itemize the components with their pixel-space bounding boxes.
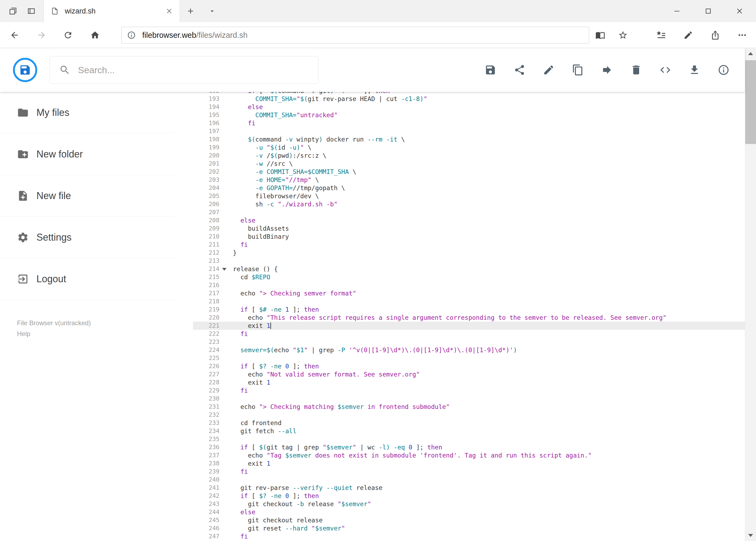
code-line-202[interactable]: 202 -e COMMIT_SHA=$COMMIT_SHA \ — [193, 168, 745, 176]
code-line-196[interactable]: 196 fi — [193, 119, 745, 127]
scrollbar-thumb[interactable] — [745, 60, 756, 144]
edit-button[interactable] — [543, 64, 555, 76]
code-line-198[interactable]: 198 $(command -v winpty) docker run --rm… — [193, 135, 745, 144]
code-line-247[interactable]: 247 fi — [193, 532, 745, 540]
info-button[interactable] — [718, 64, 730, 76]
url-field[interactable]: filebrowser.web/files/wizard.sh — [122, 27, 589, 44]
code-line-242[interactable]: 242 if [ $? -ne 0 ]; then — [193, 492, 745, 500]
code-line-240[interactable]: 240 — [193, 476, 745, 484]
code-line-245[interactable]: 245 git checkout release — [193, 516, 745, 524]
code-line-212[interactable]: 212} — [193, 249, 745, 257]
back-icon[interactable] — [7, 28, 22, 43]
code-line-246[interactable]: 246 git reset --hard "$semver" — [193, 524, 745, 532]
code-line-227[interactable]: 227 echo "Not valid semver format. See s… — [193, 370, 745, 378]
sidebar-item-logout[interactable]: Logout — [0, 258, 173, 300]
refresh-icon[interactable] — [61, 28, 76, 43]
code-line-243[interactable]: 243 git checkout -b release "$semver" — [193, 500, 745, 508]
code-line-211[interactable]: 211 fi — [193, 241, 745, 249]
code-line-199[interactable]: 199 -u "$(id -u)" \ — [193, 144, 745, 152]
code-line-231[interactable]: 231 echo "> Checking matching $semver in… — [193, 403, 745, 411]
maximize-icon[interactable] — [700, 4, 717, 19]
gutter-fold-zone[interactable] — [219, 265, 233, 273]
code-line-194[interactable]: 194 else — [193, 103, 745, 111]
tab-preview-icon[interactable] — [5, 4, 21, 19]
code-line-201[interactable]: 201 -w //src \ — [193, 160, 745, 168]
code-line-241[interactable]: 241 git rev-parse --verify --quiet relea… — [193, 484, 745, 492]
share-button[interactable] — [514, 64, 526, 76]
code-line-215[interactable]: 215 cd $REPO — [193, 273, 745, 281]
code-line-239[interactable]: 239 fi — [193, 467, 745, 476]
code-editor[interactable]: 192 if [ "$(command -v git)" != "" ]; th… — [193, 92, 745, 541]
code-line-207[interactable]: 207 — [193, 208, 745, 216]
hub-icon[interactable] — [654, 29, 667, 42]
copy-button[interactable] — [572, 64, 584, 76]
code-line-213[interactable]: 213 — [193, 257, 745, 265]
code-line-192[interactable]: 192 if [ "$(command -v git)" != "" ]; th… — [193, 92, 745, 95]
sidebar-item-new-file[interactable]: New file — [0, 175, 173, 217]
help-link[interactable]: Help — [17, 328, 193, 339]
code-line-210[interactable]: 210 buildBinary — [193, 233, 745, 241]
search-input[interactable] — [78, 65, 318, 76]
code-line-229[interactable]: 229 fi — [193, 386, 745, 395]
code-line-209[interactable]: 209 buildAssets — [193, 225, 745, 233]
code-line-238[interactable]: 238 exit 1 — [193, 459, 745, 467]
move-button[interactable] — [601, 64, 613, 76]
fold-caret-icon[interactable] — [222, 268, 226, 270]
code-line-244[interactable]: 244 else — [193, 508, 745, 516]
code-line-218[interactable]: 218 — [193, 297, 745, 305]
app-logo[interactable] — [13, 58, 37, 82]
sidebar-item-settings[interactable]: Settings — [0, 217, 173, 258]
code-line-226[interactable]: 226 if [ $? -ne 0 ]; then — [193, 362, 745, 370]
new-tab-icon[interactable] — [183, 4, 198, 19]
code-line-219[interactable]: 219 if [ $# -ne 1 ]; then — [193, 305, 745, 313]
code-line-193[interactable]: 193 COMMIT_SHA="$(git rev-parse HEAD | c… — [193, 95, 745, 103]
code-line-195[interactable]: 195 COMMIT_SHA="untracked" — [193, 111, 745, 119]
code-line-234[interactable]: 234 git fetch --all — [193, 427, 745, 435]
page-scrollbar[interactable] — [745, 48, 756, 541]
tab-list-chevron-icon[interactable] — [205, 4, 220, 19]
code-line-237[interactable]: 237 echo "Tag $semver does not exist in … — [193, 451, 745, 459]
tab-close-icon[interactable] — [166, 8, 173, 15]
code-line-203[interactable]: 203 -e HOME="//tmp" \ — [193, 176, 745, 184]
code-line-204[interactable]: 204 -e GOPATH=//tmp/gopath \ — [193, 184, 745, 192]
code-line-222[interactable]: 222 fi — [193, 330, 745, 338]
code-line-221[interactable]: 221 exit 1 — [193, 322, 745, 330]
code-button[interactable] — [659, 64, 671, 76]
reading-view-icon[interactable] — [594, 29, 607, 42]
scrollbar-up-icon[interactable] — [745, 48, 756, 59]
download-button[interactable] — [688, 64, 700, 76]
code-line-233[interactable]: 233 cd frontend — [193, 419, 745, 427]
code-line-232[interactable]: 232 — [193, 411, 745, 419]
code-line-220[interactable]: 220 echo "This release script requires a… — [193, 313, 745, 322]
code-line-200[interactable]: 200 -v /$(pwd):/src:z \ — [193, 152, 745, 160]
code-line-225[interactable]: 225 — [193, 354, 745, 362]
share-page-icon[interactable] — [709, 29, 722, 42]
home-icon[interactable] — [88, 28, 103, 43]
code-line-228[interactable]: 228 exit 1 — [193, 378, 745, 386]
save-button[interactable] — [484, 64, 496, 76]
scrollbar-down-icon[interactable] — [745, 530, 756, 541]
sidebar-item-my-files[interactable]: My files — [0, 92, 173, 134]
code-line-223[interactable]: 223 — [193, 338, 745, 346]
code-line-217[interactable]: 217 echo "> Checking semver format" — [193, 289, 745, 297]
close-icon[interactable] — [731, 4, 748, 19]
code-line-208[interactable]: 208 else — [193, 216, 745, 225]
delete-button[interactable] — [630, 64, 642, 76]
forward-icon[interactable] — [34, 28, 49, 43]
code-line-197[interactable]: 197 — [193, 127, 745, 135]
code-line-224[interactable]: 224 semver=$(echo "$1" | grep -P '^v(0|[… — [193, 346, 745, 354]
favorite-star-icon[interactable] — [617, 29, 630, 42]
sidebar-item-new-folder[interactable]: New folder — [0, 134, 173, 175]
minimize-icon[interactable] — [668, 4, 685, 19]
code-line-235[interactable]: 235 — [193, 435, 745, 443]
page-info-icon[interactable] — [127, 31, 136, 39]
set-tabs-aside-icon[interactable] — [24, 4, 39, 19]
browser-tab[interactable]: wizard.sh — [44, 0, 180, 22]
ink-icon[interactable] — [682, 29, 695, 42]
code-line-205[interactable]: 205 filebrowser/dev \ — [193, 192, 745, 200]
code-line-230[interactable]: 230 — [193, 395, 745, 403]
code-line-236[interactable]: 236 if [ $(git tag | grep "$semver" | wc… — [193, 443, 745, 451]
code-line-214[interactable]: 214release () { — [193, 265, 745, 273]
code-line-216[interactable]: 216 — [193, 281, 745, 289]
more-icon[interactable] — [736, 29, 749, 42]
